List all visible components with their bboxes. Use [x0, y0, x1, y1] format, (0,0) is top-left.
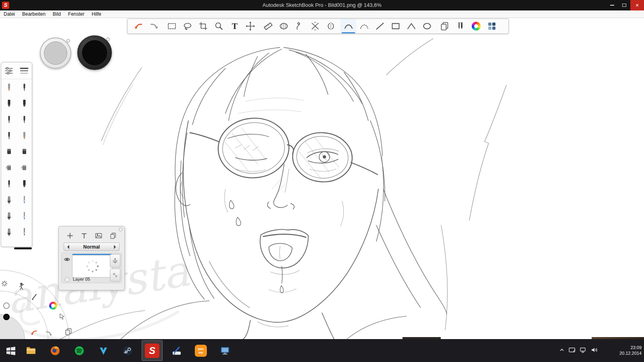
join-me-button[interactable]: joinme — [192, 342, 210, 359]
start-button[interactable] — [2, 342, 20, 359]
lagoon-white-color-swatch[interactable] — [3, 302, 10, 309]
vuze-button[interactable] — [94, 342, 113, 359]
taskbar-clock[interactable]: 23:09 20.12.2014 — [609, 345, 642, 356]
menu-fenster[interactable]: Fenster — [64, 10, 88, 18]
blend-mode-selector[interactable]: Normal — [64, 243, 120, 251]
brush-flat-marker[interactable] — [17, 95, 32, 111]
taskbar: S joinme 23:09 20.12.2014 — [0, 339, 644, 362]
lagoon-black-color-swatch[interactable] — [3, 314, 10, 320]
lagoon-layers-icon[interactable] — [64, 327, 72, 335]
lagoon-cursor-icon[interactable] — [59, 313, 66, 322]
layer-visibility-icon[interactable] — [64, 256, 70, 263]
french-curve-tool[interactable] — [291, 19, 307, 33]
draw-polyline-tool[interactable] — [403, 19, 419, 33]
layers-panel-close-button[interactable] — [119, 228, 122, 231]
brush-airbrush[interactable] — [1, 176, 17, 192]
lagoon-paintbrush-icon[interactable] — [31, 293, 38, 300]
brush-blue-brush[interactable] — [17, 192, 32, 208]
warp-tool[interactable] — [323, 19, 339, 33]
layer-opacity-control[interactable] — [110, 254, 120, 267]
layer-transparency-lock[interactable] — [110, 269, 120, 282]
lagoon-undo-icon[interactable] — [30, 329, 38, 336]
firefox-button[interactable] — [46, 342, 64, 359]
spotify-icon — [74, 345, 85, 356]
svg-text:T: T — [231, 22, 237, 31]
menu-datei[interactable]: Datei — [0, 10, 19, 18]
brush-marker[interactable] — [1, 95, 17, 111]
brush-pencil[interactable] — [1, 79, 17, 95]
draw-solid-curve-tool[interactable] — [341, 19, 356, 33]
draw-dotted-curve-tool[interactable] — [356, 19, 372, 33]
brush-ballpoint[interactable] — [1, 111, 17, 128]
brush-chisel-tip[interactable] — [17, 176, 32, 192]
menu-bearbeiten[interactable]: Bearbeiten — [19, 10, 49, 18]
tray-network-icon[interactable] — [580, 347, 588, 355]
color-puck[interactable] — [77, 35, 112, 70]
copic-library-button[interactable] — [484, 19, 500, 33]
distort-tool[interactable] — [307, 19, 323, 33]
brush-smudge[interactable] — [17, 208, 32, 224]
lagoon-symmetry-figure-icon[interactable] — [19, 282, 26, 290]
brush-library-button[interactable] — [452, 19, 468, 33]
brush-cone[interactable] — [1, 208, 17, 224]
color-puck-notch — [106, 37, 110, 41]
brush-felt-tip[interactable] — [1, 128, 17, 144]
undo-button[interactable] — [130, 19, 146, 33]
draw-ellipse-tool[interactable] — [419, 19, 435, 33]
tray-chevron-icon[interactable] — [559, 347, 565, 355]
lasso-tool[interactable] — [180, 19, 195, 33]
brush-round[interactable] — [1, 224, 17, 240]
brush-eraser-soft[interactable] — [17, 144, 32, 160]
brush-settings-icon[interactable] — [3, 65, 14, 76]
import-image-icon[interactable] — [95, 232, 103, 239]
brush-natural[interactable] — [17, 224, 32, 240]
blue-v-icon — [98, 345, 109, 356]
maximize-button[interactable] — [618, 0, 630, 10]
brush-technical-pen[interactable] — [17, 128, 32, 144]
transform-tool[interactable] — [242, 19, 258, 33]
layers-button[interactable] — [437, 19, 452, 33]
remote-desktop-button[interactable] — [216, 342, 234, 359]
spotify-button[interactable] — [70, 342, 89, 359]
brush-ink-pen[interactable] — [17, 79, 32, 95]
brush-fineliner[interactable] — [17, 111, 32, 128]
file-explorer-button[interactable] — [22, 342, 40, 359]
redo-button[interactable] — [146, 19, 162, 33]
crop-tool[interactable] — [195, 19, 211, 33]
lagoon-color-wheel-icon[interactable] — [49, 302, 57, 310]
draw-rectangle-tool[interactable] — [388, 19, 403, 33]
color-wheel-button[interactable] — [468, 19, 484, 33]
close-button[interactable]: × — [630, 0, 644, 10]
tray-volume-icon[interactable] — [591, 347, 599, 355]
rect-selection-tool[interactable] — [164, 19, 180, 33]
main-toolbar: T — [127, 19, 509, 34]
duplicate-layer-icon[interactable] — [109, 232, 117, 239]
minimize-button[interactable] — [606, 0, 618, 10]
text-layer-icon[interactable] — [80, 232, 88, 239]
lagoon-settings-icon[interactable] — [1, 280, 8, 287]
add-layer-icon[interactable] — [66, 232, 74, 239]
brush-eraser-hard[interactable] — [1, 144, 17, 160]
brush-paint-bucket[interactable] — [1, 160, 17, 176]
pen-app-icon — [171, 345, 182, 356]
pen-tool-button[interactable] — [167, 342, 186, 359]
steam-button[interactable] — [118, 342, 137, 359]
menu-bild[interactable]: Bild — [49, 10, 64, 18]
zoom-tool[interactable] — [211, 19, 227, 33]
ellipse-guide-tool[interactable] — [276, 19, 291, 33]
blend-next-arrow[interactable] — [114, 245, 118, 249]
text-tool[interactable]: T — [227, 19, 242, 33]
tray-tablet-icon[interactable] — [568, 347, 576, 355]
sketchbook-taskbar-button[interactable]: S — [142, 340, 163, 361]
draw-line-tool[interactable] — [372, 19, 388, 33]
palette-resize-handle[interactable] — [14, 247, 32, 249]
ruler-tool[interactable] — [260, 19, 276, 33]
monitor-icon — [219, 345, 231, 356]
brush-puck[interactable] — [40, 37, 71, 69]
brush-sizes-icon[interactable] — [19, 65, 30, 76]
blend-prev-arrow[interactable] — [65, 245, 69, 249]
brush-flood-fill[interactable] — [17, 160, 32, 176]
menu-hilfe[interactable]: Hilfe — [88, 10, 105, 18]
lagoon-redo-icon[interactable] — [45, 330, 53, 337]
brush-spray[interactable] — [1, 192, 17, 208]
